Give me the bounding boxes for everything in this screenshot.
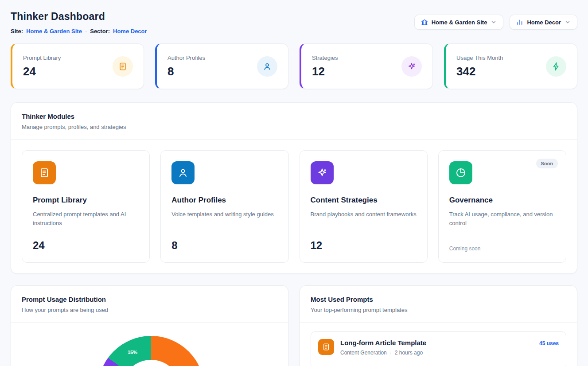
stats-row: Prompt Library 24 Author Profiles 8 Stra… [11,43,577,89]
sector-selector-dropdown[interactable]: Home Decor [510,15,577,30]
user-icon [257,56,277,77]
stat-label: Usage This Month [456,55,503,61]
pie-chart-icon [449,161,472,184]
prompt-item-meta: Content Generation · 2 hours ago [340,350,426,356]
topbar: Thinker Dashboard Site: Home & Garden Si… [11,11,577,35]
stat-value: 12 [312,65,338,78]
stat-label: Author Profiles [167,55,205,61]
lightning-icon [546,56,566,77]
chevron-down-icon [491,19,497,25]
stat-text: Author Profiles 8 [167,55,205,78]
module-title: Content Strategies [311,196,417,205]
prompt-item-title: Long-form Article Template [340,339,426,347]
stat-label: Prompt Library [23,55,61,61]
prompt-list: Long-form Article Template Content Gener… [300,323,577,366]
module-value: 8 [171,239,277,252]
prompt-time: 2 hours ago [395,350,423,356]
stat-card-usage: Usage This Month 342 [444,43,577,89]
chevron-down-icon [565,19,571,25]
site-selector-dropdown[interactable]: Home & Garden Site [414,15,504,30]
breadcrumb: Site: Home & Garden Site · Sector: Home … [11,28,147,35]
module-card-content-strategies[interactable]: Content Strategies Brand playbooks and c… [300,150,428,263]
module-value: 24 [33,239,139,252]
modules-title: Thinker Modules [22,113,566,120]
prompt-category: Content Generation [340,350,387,356]
divider [11,322,288,323]
stat-value: 342 [456,65,503,78]
thinker-modules-panel: Thinker Modules Manage prompts, profiles… [11,102,577,274]
module-description: Centralized prompt templates and AI inst… [33,210,139,228]
module-description: Track AI usage, compliance, and version … [449,210,555,228]
list-item[interactable]: Long-form Article Template Content Gener… [311,331,566,366]
stat-card-strategies: Strategies 12 [300,43,433,89]
document-icon [113,56,133,77]
document-icon [318,339,334,355]
stat-text: Strategies 12 [312,55,338,78]
bar-chart-icon [516,19,523,26]
header-controls: Home & Garden Site Home Decor [414,15,577,30]
stat-card-author-profiles: Author Profiles 8 [155,43,288,89]
module-title: Prompt Library [33,196,139,205]
stat-card-prompt-library: Prompt Library 24 [11,43,144,89]
module-value: 12 [311,239,417,252]
sparkle-icon [401,56,422,77]
meta-dot: · [85,28,87,35]
modules-head: Thinker Modules Manage prompts, profiles… [11,103,577,139]
stat-value: 24 [23,65,61,78]
prompts-subtitle: Your top-performing prompt templates [311,307,566,313]
bottom-row: Prompt Usage Distribution How your promp… [11,285,577,366]
module-title: Governance [449,196,555,205]
prompts-head: Most Used Prompts Your top-performing pr… [300,286,577,322]
user-icon [171,161,195,184]
stat-text: Prompt Library 24 [23,55,61,78]
building-icon [421,19,428,26]
stat-value: 8 [167,65,205,78]
prompt-item-text: Long-form Article Template Content Gener… [340,339,426,356]
prompts-title: Most Used Prompts [311,296,566,303]
module-card-author-profiles[interactable]: Author Profiles Voice templates and writ… [160,150,288,263]
modules-grid: Prompt Library Centralized prompt templa… [11,140,577,273]
sector-label: Sector: [90,28,110,35]
stat-text: Usage This Month 342 [456,55,503,78]
donut-segment-label: 15% [128,350,137,355]
modules-subtitle: Manage prompts, profiles, and strategies [22,124,566,130]
meta-dot: · [390,350,392,356]
module-card-prompt-library[interactable]: Prompt Library Centralized prompt templa… [22,150,150,263]
soon-badge: Soon [536,159,558,168]
chart-head: Prompt Usage Distribution How your promp… [11,286,288,322]
usage-donut [98,336,204,366]
sector-selector-label: Home Decor [527,19,561,26]
module-footer: Coming soon [449,239,555,252]
usage-distribution-card: Prompt Usage Distribution How your promp… [11,285,288,366]
most-used-prompts-card: Most Used Prompts Your top-performing pr… [300,285,577,366]
page-title: Thinker Dashboard [11,11,147,23]
prompt-uses-badge: 45 uses [539,339,559,347]
site-link[interactable]: Home & Garden Site [26,28,82,35]
module-description: Brand playbooks and content frameworks [311,210,417,219]
chart-subtitle: How your prompts are being used [22,307,277,313]
stat-label: Strategies [312,55,338,61]
module-card-governance[interactable]: Soon Governance Track AI usage, complian… [438,150,566,263]
sector-link[interactable]: Home Decor [113,28,147,35]
module-title: Author Profiles [171,196,277,205]
sparkle-icon [311,161,334,184]
module-description: Voice templates and writing style guides [171,210,277,219]
chart-title: Prompt Usage Distribution [22,296,277,303]
donut-chart-wrap: 15% [98,336,204,366]
site-label: Site: [11,28,23,35]
heading-block: Thinker Dashboard Site: Home & Garden Si… [11,11,147,35]
site-selector-label: Home & Garden Site [432,19,487,26]
document-icon [33,161,56,184]
